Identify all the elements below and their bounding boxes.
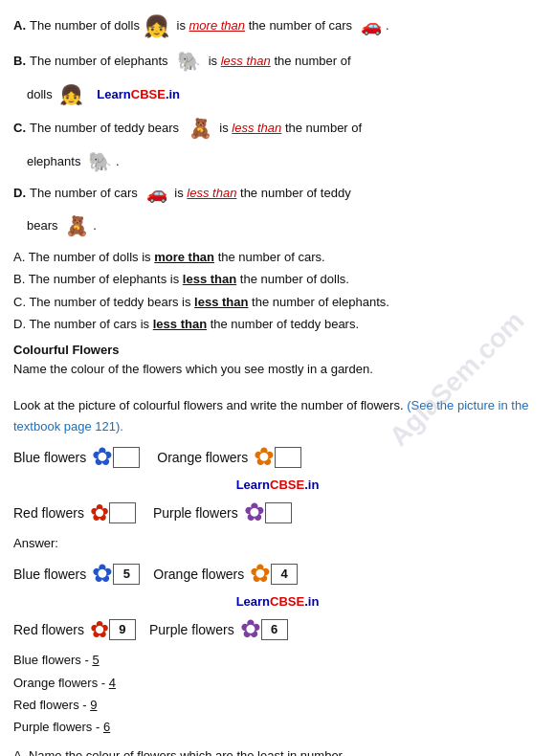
q-a-period: . <box>386 16 389 36</box>
summary-d-answer: less than <box>153 317 207 331</box>
q-d-text-after: the number of teddy <box>236 184 350 204</box>
final-qa-section: A. Name the colour of flowers which are … <box>13 745 542 756</box>
q-a-answer: more than <box>189 16 246 36</box>
colourful-flowers-section: Colourful Flowers Name the colour of the… <box>13 343 542 527</box>
flowers-instruction1: Name the colour of the flowers which you… <box>13 359 542 379</box>
question-d: D. The number of cars 🚗 is less than the… <box>13 180 542 241</box>
questions-section: A. The number of dolls 👧 is more than th… <box>13 10 542 241</box>
answer-row-2: Red flowers ✿ 9 Purple flowers ✿ 6 <box>13 614 542 644</box>
purple-flower-label: Purple flowers <box>153 505 238 521</box>
ans-red-label: Red flowers <box>13 622 84 637</box>
letter-a: A. <box>13 16 26 36</box>
doll-icon-b: 👧 <box>59 79 83 110</box>
summaries-section: A. The number of dolls is more than the … <box>13 247 542 335</box>
q-d-period: . <box>93 216 97 236</box>
summary-d: D. The number of cars is less than the n… <box>13 314 542 334</box>
q-c-text-after: the number of <box>281 119 362 139</box>
q-c-period: . <box>116 152 120 172</box>
q-d-continuation: bears <box>27 216 61 236</box>
learn-cbse-answer: LearnCBSE.in <box>13 594 542 609</box>
q-c-text-before: The number of teddy bears <box>30 119 179 139</box>
q-d-answer: less than <box>187 184 236 204</box>
blue-flower-label: Blue flowers <box>13 450 86 465</box>
elephant-icon-c: 🐘 <box>88 146 112 177</box>
summary-b-answer: less than <box>183 272 236 286</box>
ans-blue-label: Blue flowers <box>13 567 86 582</box>
q-b-preposition: is <box>205 52 221 72</box>
letter-b: B. <box>13 52 26 72</box>
q-d-text-before: The number of cars <box>30 184 138 204</box>
purple-flower-icon: ✿ <box>244 498 265 527</box>
learn-cbse-b: LearnCBSE.in <box>97 85 180 105</box>
ans-red-icon: ✿ <box>90 616 109 643</box>
orange-flower-icon: ✿ <box>254 442 275 472</box>
summary-blue: Blue flowers - 5 <box>13 650 542 671</box>
ans-red-value: 9 <box>109 619 136 640</box>
q-c-preposition: is <box>216 119 233 139</box>
red-flower-label: Red flowers <box>13 505 84 521</box>
question-b: B. The number of elephants 🐘 is less tha… <box>13 46 542 110</box>
summary-orange: Orange flowers - 4 <box>13 673 542 694</box>
ans-purple-icon: ✿ <box>240 614 261 644</box>
q-b-text-before: The number of elephants <box>30 52 168 72</box>
bear-icon-c: 🧸 <box>183 113 212 144</box>
q-c-answer: less than <box>232 119 281 139</box>
letter-d: D. <box>13 184 26 204</box>
colourful-flowers-header: Colourful Flowers <box>13 343 542 357</box>
q-a-text-after: the number of cars <box>245 16 352 36</box>
blue-flower-icon: ✿ <box>92 442 113 472</box>
ans-purple-value: 6 <box>261 619 288 640</box>
purple-flower-input[interactable] <box>265 502 292 523</box>
answer-row-1: Blue flowers ✿ 5 Orange flowers ✿ 4 <box>13 559 542 589</box>
flower-input-row-1: Blue flowers ✿ Orange flowers ✿ <box>13 442 542 472</box>
elephant-icon-b: 🐘 <box>172 46 202 77</box>
learn-cbse-flowers: LearnCBSE.in <box>13 478 542 492</box>
q-b-text-after: the number of <box>271 52 351 72</box>
answer-section: Answer: Blue flowers ✿ 5 Orange flowers … <box>13 533 542 644</box>
orange-flower-label: Orange flowers <box>157 450 248 465</box>
summary-b: B. The number of elephants is less than … <box>13 269 542 289</box>
summary-a: A. The number of dolls is more than the … <box>13 247 542 267</box>
summary-red: Red flowers - 9 <box>13 695 542 716</box>
red-flower-icon: ✿ <box>90 500 109 526</box>
letter-c: C. <box>13 119 26 139</box>
q-a-preposition: is <box>173 16 189 36</box>
flower-input-row-2: Red flowers ✿ Purple flowers ✿ <box>13 498 542 527</box>
ans-orange-value: 4 <box>271 564 298 585</box>
summary-answers-section: Blue flowers - 5 Orange flowers - 4 Red … <box>13 650 542 737</box>
q-d-preposition: is <box>171 184 188 204</box>
q-c-continuation: elephants <box>27 152 84 172</box>
answer-blank <box>352 745 410 756</box>
q-a-text-before: The number of dolls <box>30 16 140 36</box>
bear-icon-d: 🧸 <box>65 211 89 241</box>
question-a: A. The number of dolls 👧 is more than th… <box>13 10 542 43</box>
red-flower-input[interactable] <box>109 502 136 523</box>
summary-a-answer: more than <box>154 250 214 264</box>
summary-purple: Purple flowers - 6 <box>13 717 542 738</box>
blue-flower-input[interactable] <box>113 447 140 468</box>
summary-c: C. The number of teddy bears is less tha… <box>13 292 542 312</box>
ans-blue-value: 5 <box>113 564 140 585</box>
ans-purple-label: Purple flowers <box>149 622 234 637</box>
answer-label: Answer: <box>13 533 542 553</box>
car-icon-a: 🚗 <box>356 12 382 40</box>
orange-flower-input[interactable] <box>275 447 301 468</box>
summary-c-answer: less than <box>194 295 248 309</box>
ans-orange-icon: ✿ <box>250 559 271 589</box>
doll-icon-a: 👧 <box>144 10 169 43</box>
q-b-continuation: dolls <box>27 85 56 105</box>
question-c: C. The number of teddy bears 🧸 is less t… <box>13 113 542 177</box>
final-question: A. Name the colour of flowers which are … <box>13 745 542 756</box>
ans-orange-label: Orange flowers <box>153 567 244 582</box>
car-icon-d: 🚗 <box>142 180 167 208</box>
flowers-instruction2: Look at the picture of colourful flowers… <box>13 395 542 436</box>
ans-blue-icon: ✿ <box>92 559 113 589</box>
q-b-answer: less than <box>221 52 271 72</box>
